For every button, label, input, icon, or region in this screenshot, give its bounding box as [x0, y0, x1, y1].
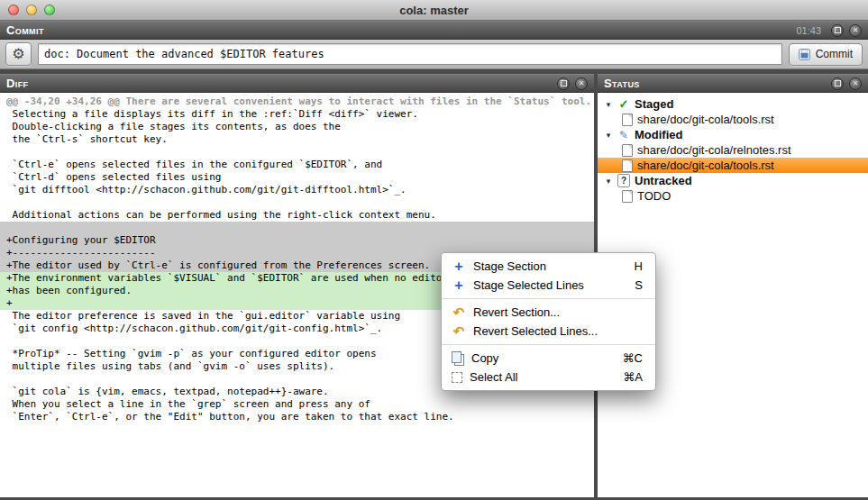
stage-plus-icon: + [452, 259, 466, 274]
titlebar[interactable]: cola: master [0, 0, 868, 21]
menu-item-label: Stage Section [473, 259, 546, 273]
float-icon [561, 80, 567, 86]
diff-line[interactable]: @@ -34,20 +34,26 @@ There are several co… [0, 95, 594, 108]
status-dock-header: Status ✕ [598, 74, 868, 93]
file-icon [622, 190, 633, 203]
menu-shortcut: S [635, 278, 643, 292]
diff-line[interactable] [0, 222, 594, 234]
diff-line[interactable] [0, 196, 594, 209]
category-label: Staged [635, 97, 673, 111]
menu-item-label: Revert Section... [473, 305, 560, 319]
context-menu: +Stage SectionH+Stage Selected LinesS↶Re… [441, 252, 656, 391]
close-window-button[interactable] [8, 5, 19, 15]
status-file-row[interactable]: share/doc/git-cola/relnotes.rst [598, 142, 868, 158]
traffic-lights [8, 5, 55, 15]
diff-line[interactable]: `Ctrl-e` opens selected files in the con… [0, 159, 594, 171]
app-window: cola: master Commit 01:43 ✕ ⚙ Commit Dif… [0, 0, 868, 500]
status-file-row[interactable]: share/doc/git-cola/tools.rst [598, 112, 868, 127]
menu-separator [442, 344, 655, 345]
status-file-row[interactable]: share/doc/git-cola/tools.rst [598, 158, 868, 173]
minimize-window-button[interactable] [26, 5, 37, 15]
menu-item-stage-section[interactable]: +Stage SectionH [442, 257, 655, 276]
zoom-window-button[interactable] [44, 5, 55, 15]
menu-shortcut: ⌘C [623, 351, 643, 365]
commit-dock-header: Commit 01:43 ✕ [0, 21, 868, 40]
window-title: cola: master [399, 4, 469, 17]
menu-separator [442, 298, 655, 299]
commit-dock-title: Commit [6, 24, 44, 36]
close-icon: ✕ [853, 27, 859, 34]
menu-item-label: Copy [471, 351, 498, 365]
revert-undo-icon: ↶ [452, 324, 466, 338]
file-icon [622, 114, 633, 126]
menu-item-select-all[interactable]: Select All⌘A [442, 368, 655, 386]
disclosure-triangle-icon[interactable]: ▾ [604, 177, 613, 186]
status-category-modified[interactable]: ▾✎Modified [598, 127, 868, 142]
float-icon [835, 80, 841, 86]
menu-item-revert-section[interactable]: ↶Revert Section... [442, 303, 655, 322]
commit-float-button[interactable] [831, 24, 844, 37]
close-icon: ✕ [853, 80, 859, 87]
diff-line[interactable]: the `Ctrl-s` shortcut key. [0, 133, 594, 146]
category-label: Modified [635, 128, 682, 141]
diff-dock-title: Diff [6, 77, 28, 89]
file-label: share/doc/git-cola/relnotes.rst [637, 143, 791, 157]
stage-plus-icon: + [452, 278, 466, 293]
status-category-staged[interactable]: ▾✓Staged [598, 96, 868, 112]
main-area: Diff ✕ @@ -34,20 +34,26 @@ There are sev… [0, 69, 868, 500]
diff-close-button[interactable]: ✕ [575, 77, 588, 90]
commit-message-input[interactable] [38, 43, 782, 65]
diff-line[interactable] [0, 146, 594, 159]
close-icon: ✕ [579, 80, 585, 87]
diff-line[interactable]: `git difftool <http://schacon.github.com… [0, 184, 594, 196]
float-icon [835, 27, 841, 33]
menu-shortcut: H [635, 259, 643, 273]
diff-line[interactable]: `Enter`, `Ctrl-e`, or the "Edit" button,… [0, 411, 594, 423]
diff-line[interactable]: Additional actions can be performed usin… [0, 209, 594, 222]
status-dock-title: Status [604, 77, 640, 89]
menu-item-label: Select All [470, 370, 517, 384]
status-file-row[interactable]: TODO [598, 188, 868, 204]
disclosure-triangle-icon[interactable]: ▾ [604, 100, 613, 109]
file-icon [622, 159, 633, 172]
file-label: share/doc/git-cola/tools.rst [637, 113, 774, 126]
modified-pencil-icon: ✎ [617, 129, 630, 141]
commit-close-button[interactable]: ✕ [849, 24, 862, 37]
disclosure-triangle-icon[interactable]: ▾ [604, 131, 613, 140]
diff-dock-header: Diff ✕ [0, 74, 594, 93]
diff-line[interactable]: When you select a line in the `grep` scr… [0, 398, 594, 411]
commit-timer: 01:43 [796, 25, 821, 36]
diff-line[interactable]: +Configuring your $EDITOR [0, 234, 594, 247]
commit-icon [799, 49, 810, 60]
category-label: Untracked [635, 174, 692, 187]
menu-item-stage-selected-lines[interactable]: +Stage Selected LinesS [442, 276, 655, 295]
file-label: TODO [637, 189, 671, 203]
commit-toolbar: ⚙ Commit [0, 40, 868, 69]
menu-item-copy[interactable]: Copy⌘C [442, 349, 655, 368]
file-label: share/doc/git-cola/tools.rst [637, 159, 774, 172]
diff-line[interactable]: Double-clicking a file stages its conten… [0, 121, 594, 133]
diff-line[interactable]: `Ctrl-d` opens selected files using [0, 171, 594, 184]
diff-float-button[interactable] [557, 77, 570, 90]
menu-item-revert-selected-lines[interactable]: ↶Revert Selected Lines... [442, 322, 655, 341]
status-float-button[interactable] [831, 77, 844, 90]
status-close-button[interactable]: ✕ [849, 77, 862, 90]
status-category-untracked[interactable]: ▾?Untracked [598, 173, 868, 188]
revert-undo-icon: ↶ [452, 305, 466, 319]
select-all-icon [452, 372, 462, 383]
menu-shortcut: ⌘A [623, 370, 643, 384]
gear-icon: ⚙ [12, 47, 24, 61]
commit-options-button[interactable]: ⚙ [5, 42, 32, 66]
commit-button[interactable]: Commit [789, 43, 863, 66]
diff-line[interactable]: Selecting a file displays its diff in th… [0, 108, 594, 121]
staged-check-icon: ✓ [617, 97, 630, 111]
menu-item-label: Revert Selected Lines... [473, 324, 598, 338]
untracked-question-icon: ? [617, 174, 630, 187]
file-icon [622, 144, 633, 157]
commit-button-label: Commit [816, 48, 853, 60]
copy-icon [452, 351, 461, 363]
menu-item-label: Stage Selected Lines [473, 278, 584, 292]
